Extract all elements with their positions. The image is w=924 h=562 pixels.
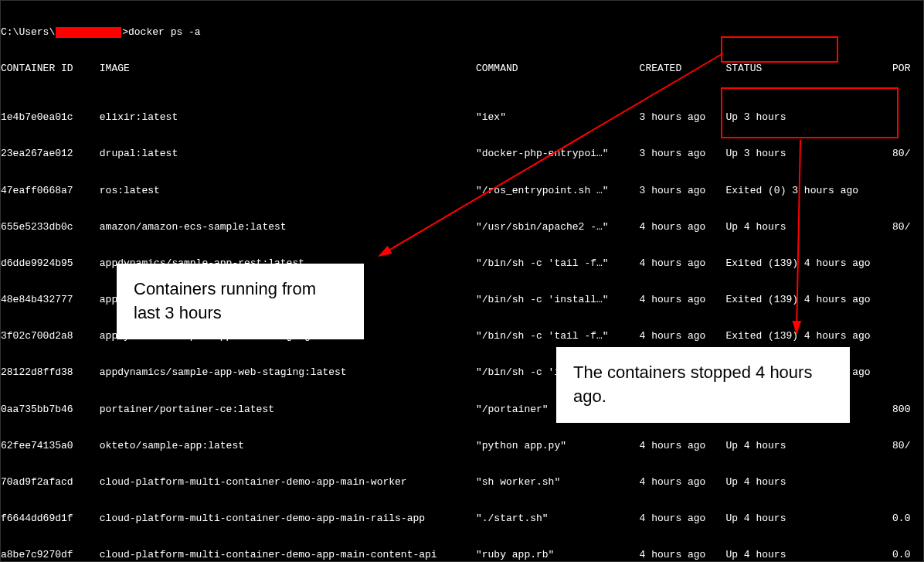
table-row: 70ad9f2afacdcloud-platform-multi-contain… <box>1 476 923 489</box>
annotation-running: Containers running from last 3 hours <box>117 264 364 339</box>
redacted-username <box>56 27 121 38</box>
command-text: >docker ps -a <box>122 26 200 39</box>
table-row: 23ea267ae012drupal:latest"docker-php-ent… <box>1 148 923 160</box>
annotation-stopped: The containers stopped 4 hours ago. <box>556 347 850 423</box>
header-id: CONTAINER ID <box>1 63 100 75</box>
prompt-path: C:\Users\ <box>1 26 55 39</box>
header-image: IMAGE <box>100 63 476 75</box>
header-command: COMMAND <box>476 63 640 75</box>
header-status: STATUS <box>725 63 892 75</box>
header-ports: POR <box>892 63 923 75</box>
table-row: 47eaff0668a7ros:latest"/ros_entrypoint.s… <box>1 185 923 197</box>
table-header: CONTAINER IDIMAGECOMMANDCREATEDSTATUSPOR <box>1 63 923 75</box>
table-row: f6644dd69d1fcloud-platform-multi-contain… <box>1 513 923 525</box>
header-created: CREATED <box>640 63 726 75</box>
table-row: 655e5233db0camazon/amazon-ecs-sample:lat… <box>1 221 923 233</box>
table-row: 1e4b7e0ea01celixir:latest"iex"3 hours ag… <box>1 111 923 124</box>
table-row: 62fee74135a0okteto/sample-app:latest"pyt… <box>1 440 923 452</box>
table-row: a8be7c9270dfcloud-platform-multi-contain… <box>1 549 923 561</box>
command-line: C:\Users\>docker ps -a <box>1 26 923 39</box>
